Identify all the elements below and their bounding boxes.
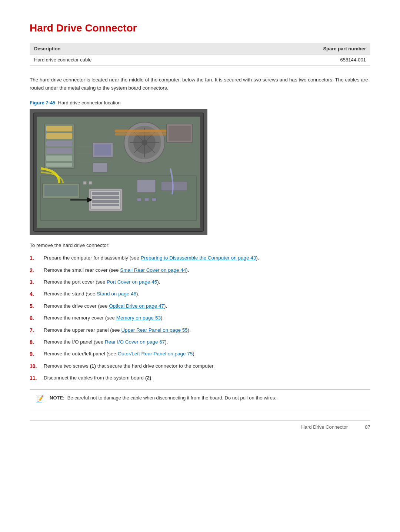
list-item: 8.Remove the I/O panel (see Rear I/O Cov… [30,338,370,346]
note-box: 📝 NOTE: Be careful not to damage the cab… [30,389,370,409]
step-text: Prepare the computer for disassembly (se… [44,254,370,262]
step-link[interactable]: Rear I/O Cover on page 67 [105,339,165,345]
svg-rect-32 [92,196,119,199]
list-item: 7.Remove the upper rear panel (see Upper… [30,326,370,334]
step-number: 7. [30,326,44,334]
list-item: 4.Remove the stand (see Stand on page 46… [30,290,370,298]
step-number: 9. [30,350,44,358]
svg-rect-16 [46,141,72,146]
remove-intro: To remove the hard drive connector: [30,242,370,248]
note-text: Be careful not to damage the cable when … [67,395,276,401]
step-link[interactable]: Stand on page 46 [97,291,136,297]
step-text: Remove the outer/left panel (see Outer/L… [44,350,370,358]
svg-rect-37 [137,180,156,193]
list-item: 5.Remove the drive cover (see Optical Dr… [30,302,370,310]
step-bold: (1) [90,363,96,369]
figure-label: Figure 7-45 [30,100,55,106]
list-item: 9.Remove the outer/left panel (see Outer… [30,350,370,358]
table-header-description: Description [30,43,221,54]
description-text: The hard drive connector is located near… [30,76,370,92]
table-header-spare-part: Spare part number [221,43,370,54]
svg-rect-18 [46,155,72,161]
steps-list: 1.Prepare the computer for disassembly (… [30,254,370,382]
page-footer: Hard Drive Connector 87 [30,420,370,430]
step-text: Remove the stand (see Stand on page 46). [44,290,370,298]
step-link[interactable]: Memory on page 53 [116,315,161,321]
svg-rect-19 [46,163,72,167]
step-link[interactable]: Optical Drive on page 47 [109,303,164,309]
table-row: Hard drive connector cable658144-001 [30,54,370,66]
step-text: Remove two screws (1) that secure the ha… [44,362,370,370]
step-text: Remove the I/O panel (see Rear I/O Cover… [44,338,370,346]
table-cell-description: Hard drive connector cable [30,54,221,66]
step-link[interactable]: Port Cover on page 45 [107,279,157,285]
figure-image [30,109,207,235]
note-label: NOTE: [50,395,64,401]
step-text: Disconnect the cables from the system bo… [44,374,370,382]
svg-rect-14 [46,126,72,131]
page-title: Hard Drive Connector [30,22,370,34]
step-number: 1. [30,254,44,262]
svg-rect-27 [169,126,191,141]
step-text: Remove the memory cover (see Memory on p… [44,314,370,322]
step-number: 6. [30,314,44,322]
svg-rect-43 [137,198,141,201]
list-item: 11.Disconnect the cables from the system… [30,374,370,382]
note-icon: 📝 [36,394,46,404]
list-item: 10.Remove two screws (1) that secure the… [30,362,370,370]
footer-section: Hard Drive Connector 87 [301,424,370,430]
step-number: 2. [30,266,44,274]
step-link[interactable]: Preparing to Disassemble the Computer on… [141,255,256,261]
svg-rect-31 [92,192,119,195]
svg-rect-41 [83,181,86,184]
step-text: Remove the small rear cover (see Small R… [44,266,370,274]
footer-page-number: 87 [365,424,370,430]
svg-rect-34 [92,204,119,206]
svg-rect-33 [92,200,119,203]
svg-rect-38 [161,181,187,191]
step-text: Remove the drive cover (see Optical Driv… [44,302,370,310]
figure-caption: Figure 7-45 Hard drive connector locatio… [30,100,370,106]
svg-rect-15 [46,133,72,139]
svg-rect-12 [115,133,167,135]
svg-rect-40 [44,185,78,196]
svg-rect-45 [152,198,156,201]
step-link[interactable]: Small Rear Cover on page 44 [120,267,186,273]
list-item: 3.Remove the port cover (see Port Cover … [30,278,370,286]
table-cell-part-number: 658144-001 [221,54,370,66]
svg-rect-11 [115,130,167,133]
step-number: 11. [30,374,44,382]
svg-rect-44 [144,198,149,201]
step-text: Remove the upper rear panel (see Upper R… [44,326,370,334]
svg-rect-17 [46,148,72,154]
step-number: 4. [30,290,44,298]
list-item: 6.Remove the memory cover (see Memory on… [30,314,370,322]
step-link[interactable]: Upper Rear Panel on page 55 [121,327,187,333]
step-number: 10. [30,362,44,370]
step-link[interactable]: Outer/Left Rear Panel on page 75 [118,351,193,357]
step-number: 3. [30,278,44,286]
note-content: NOTE: Be careful not to damage the cable… [50,394,276,402]
step-bold: (2) [145,375,151,381]
parts-table: Description Spare part number Hard drive… [30,43,370,66]
step-number: 5. [30,302,44,310]
list-item: 1.Prepare the computer for disassembly (… [30,254,370,262]
step-text: Remove the port cover (see Port Cover on… [44,278,370,286]
svg-rect-42 [89,181,92,184]
svg-rect-25 [93,163,107,172]
footer-section-name: Hard Drive Connector [301,424,348,430]
step-number: 8. [30,338,44,346]
list-item: 2.Remove the small rear cover (see Small… [30,266,370,274]
figure-caption-text: Hard drive connector location [57,100,121,106]
svg-rect-24 [94,144,111,155]
